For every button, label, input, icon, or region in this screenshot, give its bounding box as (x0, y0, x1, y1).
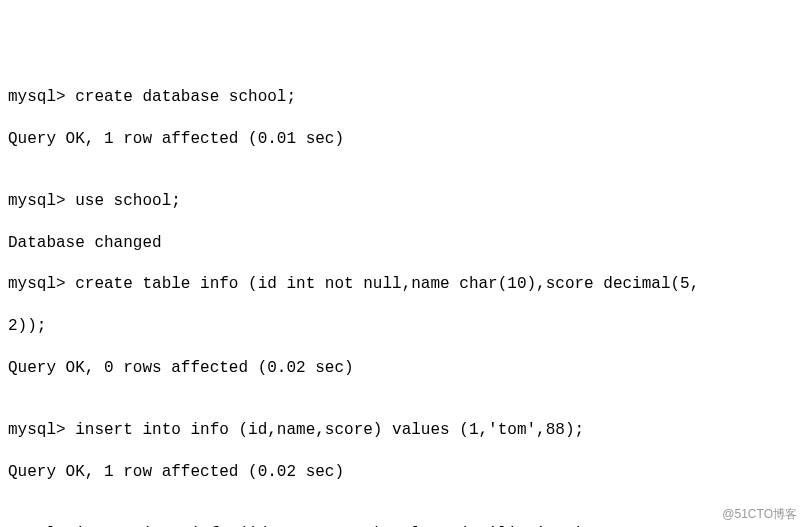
terminal-line: Query OK, 1 row affected (0.02 sec) (8, 462, 797, 483)
terminal-line: 2)); (8, 316, 797, 337)
terminal-line: mysql> create table info (id int not nul… (8, 274, 797, 295)
terminal-line: mysql> use school; (8, 191, 797, 212)
terminal-line: Database changed (8, 233, 797, 254)
terminal-line: Query OK, 1 row affected (0.01 sec) (8, 129, 797, 150)
watermark-text: @51CTO博客 (722, 507, 797, 523)
terminal-line: Query OK, 0 rows affected (0.02 sec) (8, 358, 797, 379)
terminal-line: mysql> create database school; (8, 87, 797, 108)
terminal-line: mysql> insert into info (id,name,score) … (8, 420, 797, 441)
